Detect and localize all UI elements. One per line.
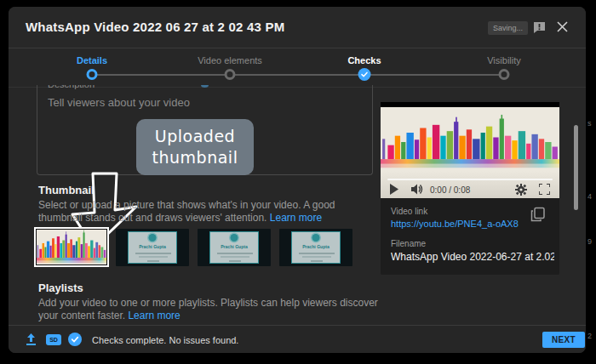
sd-quality-badge: SD (46, 334, 61, 345)
thumbnail-option-selected[interactable] (34, 227, 109, 267)
upload-details-dialog: WhatsApp Video 2022 06 27 at 2 02 43 PM … (9, 7, 586, 353)
thumbnail-option-auto-1[interactable]: Prachi Gupta (116, 229, 189, 266)
dialog-scrollbar[interactable] (574, 125, 578, 210)
step-dot-details[interactable] (87, 69, 98, 80)
uploaded-thumbnail-image (37, 230, 106, 264)
fullscreen-icon[interactable] (539, 184, 550, 195)
video-preview-player: 0:00 / 0:08 (381, 102, 559, 198)
description-placeholder: Tell viewers about your video (48, 96, 190, 109)
video-link-label: Video link (391, 207, 427, 216)
filename-value: WhatsApp Video 2022-06-27 at 2.02.43... (391, 251, 554, 263)
step-label-details[interactable]: Details (77, 55, 107, 65)
upload-status-icon (24, 333, 38, 347)
next-button[interactable]: NEXT (542, 332, 585, 348)
certificate-slide: Prachi Gupta (128, 231, 177, 264)
playlists-learn-more-link[interactable]: Learn more (128, 310, 180, 321)
certificate-badge-icon (231, 234, 238, 242)
stepper-line (92, 74, 504, 76)
background-edge-text: 4 (587, 192, 592, 201)
certificate-badge-icon (312, 234, 320, 242)
checks-complete-icon (68, 333, 82, 346)
screen: s 4 9 2 WhatsApp Video 2022 06 27 at 2 0… (0, 0, 596, 364)
clipped-blue-element (201, 85, 209, 88)
playlists-section-title: Playlists (38, 282, 83, 294)
progress-stepper: Details Video elements Checks Visibility (9, 48, 586, 88)
volume-icon[interactable] (411, 184, 424, 195)
uploaded-thumbnail-annotation: Uploaded thumbnail (136, 119, 254, 175)
feedback-icon[interactable] (533, 21, 546, 34)
dialog-footer: SD Checks complete. No issues found. NEX… (9, 325, 586, 353)
thumbnail-section-body: Select or upload a picture that shows wh… (38, 199, 372, 225)
close-icon[interactable] (556, 20, 569, 33)
filename-label: Filename (391, 239, 426, 248)
player-settings-gear-icon[interactable] (515, 184, 527, 196)
saving-status-button[interactable]: Saving... (488, 21, 528, 35)
copy-link-icon[interactable] (530, 207, 546, 222)
certificate-badge-icon (149, 234, 157, 242)
thumbnail-learn-more-link[interactable]: Learn more (270, 212, 322, 224)
thumbnail-option-auto-3[interactable]: Prachi Gupta (279, 229, 352, 266)
checks-status-text: Checks complete. No issues found. (92, 335, 238, 345)
background-edge-text: s (587, 119, 592, 128)
description-label-clipped: Description (48, 85, 95, 89)
step-label-visibility[interactable]: Visibility (487, 55, 521, 65)
dialog-header: WhatsApp Video 2022 06 27 at 2 02 43 PM … (9, 7, 586, 48)
background-edge-text: 9 (587, 237, 592, 246)
video-preview-frame: 0:00 / 0:08 (381, 107, 559, 198)
video-info-card: Video link https://youtu.be/PNE4_a-oAX8 … (381, 198, 559, 275)
player-progress-bar[interactable] (387, 179, 553, 180)
certificate-slide: Prachi Gupta (291, 231, 341, 264)
player-time: 0:00 / 0:08 (430, 185, 470, 195)
certificate-name: Prachi Gupta (295, 244, 336, 248)
thumbnail-option-auto-2[interactable]: Prachi Gupta (198, 229, 271, 266)
step-label-video-elements[interactable]: Video elements (198, 55, 262, 65)
step-dot-video-elements[interactable] (225, 69, 236, 80)
certificate-slide: Prachi Gupta (209, 231, 259, 264)
video-title: WhatsApp Video 2022 06 27 at 2 02 43 PM (26, 20, 284, 34)
thumbnail-section-title: Thumbnail (38, 184, 95, 196)
certificate-name: Prachi Gupta (132, 244, 173, 248)
step-label-checks[interactable]: Checks (347, 55, 381, 65)
video-link[interactable]: https://youtu.be/PNE4_a-oAX8 (391, 219, 519, 229)
background-edge-text: 2 (587, 332, 592, 340)
certificate-name: Prachi Gupta (214, 244, 255, 248)
playlists-section-body: Add your video to one or more playlists.… (38, 297, 379, 322)
step-dot-checks[interactable] (358, 68, 371, 81)
step-dot-visibility[interactable] (499, 69, 510, 80)
play-icon[interactable] (389, 184, 398, 195)
